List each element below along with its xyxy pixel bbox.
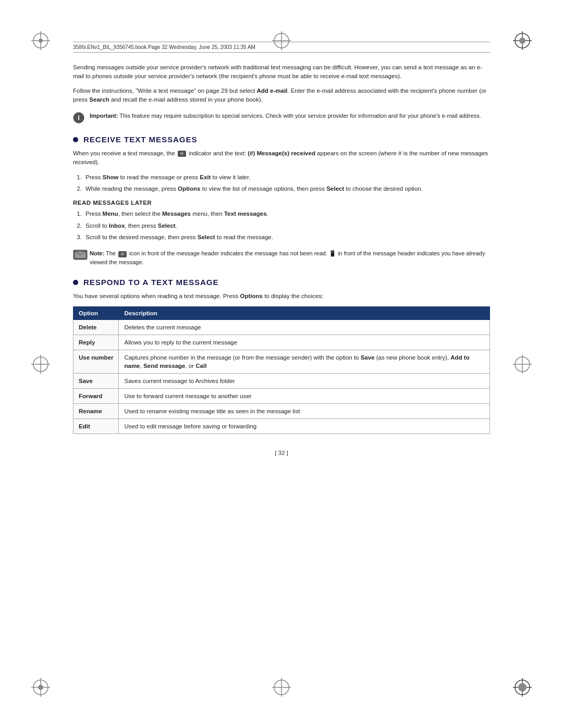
svg-point-10 [519, 38, 525, 44]
section1-title: RECEIVE TEXT MESSAGES [83, 135, 198, 144]
reg-mark-bl [31, 678, 50, 697]
page: 3586i.ENv1_BIL_9356745.book Page 32 Wedn… [0, 0, 563, 728]
table-header-row: Option Description [74, 306, 490, 319]
desc-use-number: Captures phone number in the message (or… [119, 350, 490, 373]
desc-delete: Deletes the current message [119, 319, 490, 335]
svg-point-3 [39, 39, 43, 43]
message-indicator-icon: ✉ [178, 151, 186, 157]
section2-title: RESPOND TO A TEXT MESSAGE [83, 278, 218, 287]
note-text-icons: Note: The ✉ icon in front of the message… [90, 249, 490, 266]
content-area: 3586i.ENv1_BIL_9356745.book Page 32 Wedn… [73, 42, 490, 461]
reg-mark-tr [513, 31, 532, 50]
section2-bullet [73, 280, 78, 285]
reg-mark-ml [31, 355, 50, 374]
table-row: Rename Used to rename existing message t… [74, 404, 490, 419]
table-row: Save Saves current message to Archives f… [74, 374, 490, 389]
page-number: [ 32 ] [73, 445, 490, 461]
table-row: Delete Deletes the current message [74, 319, 490, 335]
svg-point-27 [518, 683, 527, 692]
important-icon: i [73, 112, 84, 124]
unread-icon: ✉ [118, 251, 127, 257]
option-use-number: Use number [74, 350, 119, 373]
section2-heading: RESPOND TO A TEXT MESSAGE [73, 278, 490, 287]
desc-reply: Allows you to reply to the current messa… [119, 335, 490, 350]
table-header-option: Option [74, 306, 119, 319]
table-row: Use number Captures phone number in the … [74, 350, 490, 373]
reg-mark-mr [513, 355, 532, 374]
options-table: Option Description Delete Deletes the cu… [73, 306, 490, 435]
important-text: Important: This feature may require subs… [90, 112, 481, 120]
table-header-description: Description [119, 306, 490, 319]
option-rename: Rename [74, 404, 119, 419]
desc-forward: Use to forward current message to anothe… [119, 389, 490, 404]
sub-step3: Scroll to the desired message, then pres… [83, 232, 490, 242]
option-forward: Forward [74, 389, 119, 404]
sub-heading-read-later: READ MESSAGES LATER [73, 200, 490, 206]
note-icon [73, 250, 84, 261]
option-edit: Edit [74, 419, 119, 434]
reg-mark-tc [272, 31, 291, 50]
reg-mark-bc [272, 678, 291, 697]
sub-step1: Press Menu, then select the Messages men… [83, 209, 490, 218]
reg-mark-tl [31, 31, 50, 50]
important-note-box: i Important: This feature may require su… [73, 109, 490, 126]
section2-intro: You have several options when reading a … [73, 292, 490, 301]
sub-step2: Scroll to Inbox, then press Select. [83, 221, 490, 230]
intro-para2: Follow the instructions, "Write a text m… [73, 87, 490, 105]
section1-heading: RECEIVE TEXT MESSAGES [73, 135, 490, 144]
table-row: Reply Allows you to reply to the current… [74, 335, 490, 350]
reg-mark-br [513, 678, 532, 697]
desc-edit: Used to edit message before saving or fo… [119, 419, 490, 434]
option-save: Save [74, 374, 119, 389]
table-row: Edit Used to edit message before saving … [74, 419, 490, 434]
desc-rename: Used to rename existing message title as… [119, 404, 490, 419]
table-row: Forward Use to forward current message t… [74, 389, 490, 404]
option-reply: Reply [74, 335, 119, 350]
section1-steps: Press Show to read the message or press … [83, 172, 490, 194]
section1-intro: When you receive a text message, the ✉ i… [73, 149, 490, 167]
option-delete: Delete [74, 319, 119, 335]
note-box-icons: Note: The ✉ icon in front of the message… [73, 247, 490, 268]
section1-step1: Press Show to read the message or press … [83, 172, 490, 182]
section1-step2: While reading the message, press Options… [83, 184, 490, 193]
svg-point-20 [38, 685, 43, 690]
intro-para1: Sending messages outside your service pr… [73, 63, 490, 81]
desc-save: Saves current message to Archives folder [119, 374, 490, 389]
svg-text:i: i [78, 114, 80, 121]
sub-steps-list: Press Menu, then select the Messages men… [83, 209, 490, 242]
section1-bullet [73, 137, 78, 142]
